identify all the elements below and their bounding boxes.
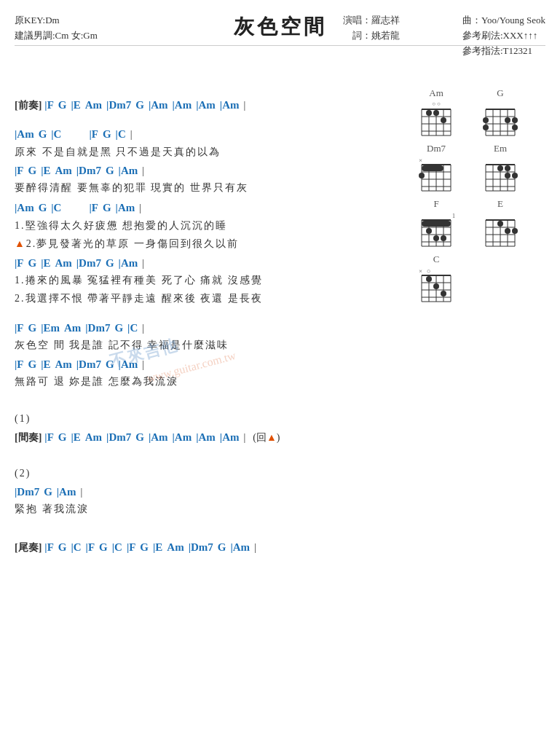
spacer4	[15, 447, 393, 456]
singer-label: 演唱：羅志祥	[343, 13, 400, 28]
bridge-chords: |F G |Em Am |Dm7 G |C |	[15, 320, 393, 337]
chord-diagrams: Am ○ ○	[407, 87, 553, 309]
chorus-1-lyrics: 1.捲來的風暴 冤猛裡有種美 死了心 痛就 沒感覺	[15, 272, 393, 288]
chord-row-2: Dm7 × E	[407, 143, 553, 194]
svg-point-27	[483, 125, 489, 130]
svg-text:1: 1	[452, 213, 455, 219]
v1b-lyrics: 要醉得清醒 要無辜的犯罪 現實的 世界只有灰	[15, 180, 393, 196]
dm7-diagram: ×	[416, 156, 457, 194]
svg-text:×: ×	[419, 267, 422, 275]
svg-point-98	[441, 291, 446, 297]
chorus-chords: |F G |E Am |Dm7 G |Am |	[15, 255, 393, 272]
ref-info: 曲：Yoo/Young Seok 參考刷法:XXX↑↑↑ 參考指法:T12321	[462, 13, 545, 58]
spacer2	[15, 310, 393, 318]
section2-lyrics: 緊抱 著我流淚	[15, 501, 393, 517]
svg-point-55	[512, 173, 518, 178]
svg-point-53	[505, 165, 510, 171]
prelude-line: [前奏] |F G |E Am |Dm7 G |Am |Am |Am |Am |	[15, 97, 393, 114]
svg-point-81	[497, 221, 503, 227]
svg-point-82	[505, 228, 510, 234]
svg-point-52	[497, 165, 503, 171]
svg-text:○: ○	[427, 267, 430, 275]
chord-f: F 1	[407, 198, 465, 249]
lyrics-label: 詞：姚若龍	[343, 28, 400, 44]
c-diagram: × ○	[416, 267, 457, 305]
svg-text:×: ×	[419, 157, 422, 164]
original-key: 原KEY:Dm	[15, 13, 98, 28]
bridge-lyrics: 灰色空 間 我是誰 記不得 幸福是什麼滋味	[15, 337, 393, 353]
chord-am: Am ○ ○	[407, 87, 465, 138]
svg-point-13	[441, 117, 446, 123]
svg-point-11	[426, 110, 432, 116]
v1-chords: |Am G |C |F G |C |	[15, 125, 393, 143]
v2-2-lyrics: ▲2.夢見發著光的草原 一身傷回到很久以前	[15, 236, 393, 252]
chord-c: C × ○	[407, 254, 465, 305]
em-diagram	[480, 156, 521, 194]
section2-chords: |Dm7 G |Am |	[15, 484, 393, 500]
svg-point-54	[505, 173, 510, 178]
spacer1	[15, 115, 393, 124]
strum-ref: 參考刷法:XXX↑↑↑	[462, 28, 545, 44]
svg-point-25	[505, 117, 510, 123]
v1b-chords: |F G |E Am |Dm7 G |Am |	[15, 162, 393, 179]
chorus-2-lyrics: 2.我選擇不恨 帶著平靜走遠 醒來後 夜還 是長夜	[15, 291, 393, 307]
section2-label: (2)	[15, 466, 393, 482]
interlude-tag: [間奏]	[15, 430, 42, 445]
interlude-line: [間奏] |F G |E Am |Dm7 G |Am |Am |Am |Am |…	[15, 429, 393, 446]
svg-point-24	[483, 117, 489, 123]
svg-text:○ ○: ○ ○	[432, 101, 441, 107]
svg-point-28	[512, 125, 518, 130]
coda-tag: [尾奏]	[15, 540, 42, 555]
chord-dm7: Dm7 ×	[407, 143, 465, 194]
v2-chords: |Am G |C |F G |Am |	[15, 199, 393, 216]
svg-point-12	[433, 110, 439, 116]
spacer5	[15, 520, 393, 529]
suggestion-key: 建議男調:Cm 女:Gm	[15, 28, 98, 44]
performer-info: 演唱：羅志祥 詞：姚若龍	[343, 13, 400, 44]
svg-rect-67	[422, 221, 451, 227]
chord-g: G	[471, 87, 529, 138]
bridge2-chords: |F G |E Am |Dm7 G |Am |	[15, 356, 393, 373]
svg-rect-40	[422, 165, 443, 171]
svg-point-26	[512, 117, 518, 123]
chord-em: Em	[471, 143, 529, 194]
svg-point-41	[419, 173, 425, 178]
svg-point-69	[433, 235, 439, 241]
bridge2-lyrics: 無路可 退 妳是誰 怎麼為我流淚	[15, 374, 393, 390]
chord-e: E	[471, 198, 529, 249]
fingering-ref: 參考指法:T12321	[462, 44, 545, 59]
chord-row-3: F 1	[407, 198, 553, 249]
svg-point-68	[426, 228, 432, 234]
svg-point-70	[441, 235, 446, 241]
page: 原KEY:Dm 建議男調:Cm 女:Gm 灰色空間 演唱：羅志祥 詞：姚若龍 曲…	[0, 0, 560, 738]
spacer3b	[15, 401, 393, 410]
key-info: 原KEY:Dm 建議男調:Cm 女:Gm	[15, 13, 98, 44]
svg-point-83	[512, 228, 518, 234]
spacer3	[15, 393, 393, 401]
am-diagram: ○ ○	[416, 101, 457, 138]
spacer5b	[15, 529, 393, 538]
chord-row-1: Am ○ ○	[407, 87, 553, 138]
svg-point-97	[433, 283, 439, 289]
svg-point-96	[426, 276, 432, 282]
v2-1-lyrics: 1.堅強得太久好疲憊 想抱愛的人沉沉的睡	[15, 218, 393, 234]
coda-line: [尾奏] |F G |C |F G |C |F G |E Am |Dm7 G |…	[15, 539, 393, 556]
spacer4b	[15, 456, 393, 465]
music-label: 曲：Yoo/Young Seok	[462, 13, 545, 28]
v1-lyrics: 原來 不是自就是黑 只不過是天真的以為	[15, 144, 393, 160]
chord-row-4: C × ○	[407, 254, 553, 305]
back-mark: (回▲)	[253, 430, 280, 445]
prelude-tag: [前奏]	[15, 98, 42, 113]
e-diagram	[480, 211, 521, 249]
interlude-label: (1)	[15, 411, 393, 427]
g-diagram	[480, 101, 521, 138]
f-diagram: 1	[416, 211, 457, 249]
